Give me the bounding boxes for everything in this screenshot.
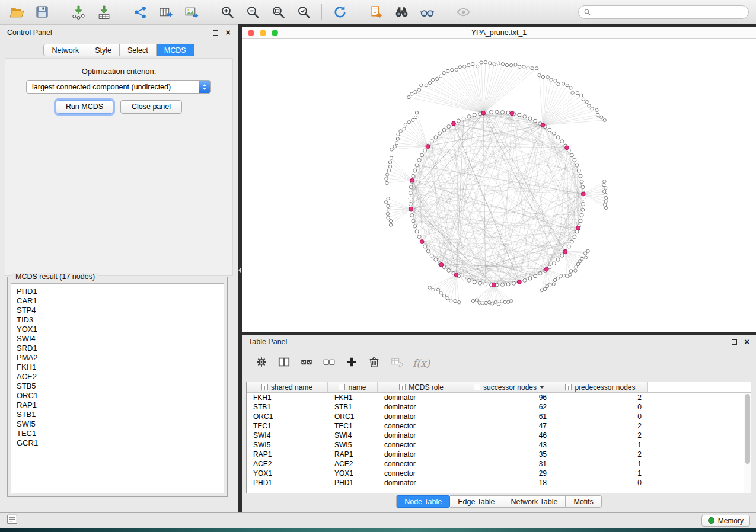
show-column-button[interactable] [277,355,291,371]
panel-menu-button[interactable] [6,514,18,527]
table-cell[interactable]: 2 [553,431,648,440]
table-cell[interactable]: dominator [378,431,465,440]
mcds-result-item[interactable]: PHD1 [17,287,218,296]
zoom-out-button[interactable] [241,2,264,22]
table-row[interactable]: PHD1PHD1dominator180 [247,478,744,488]
table-cell[interactable]: 18 [465,478,553,488]
mcds-result-item[interactable]: SWI4 [17,334,218,344]
select-all-button[interactable] [300,355,313,371]
export-network-button[interactable] [128,2,152,22]
mcds-result-item[interactable]: TID3 [17,315,218,325]
export-image-button[interactable] [179,2,203,22]
mcds-result-item[interactable]: STB1 [17,410,218,419]
table-cell[interactable]: YOX1 [247,469,328,478]
zoom-fit-button[interactable] [266,2,290,22]
column-header-successor-nodes[interactable]: successor nodes [465,382,553,392]
table-cell[interactable]: 0 [553,412,648,421]
table-settings-button[interactable] [255,355,268,371]
table-tab-network-table[interactable]: Network Table [503,495,566,508]
mcds-result-item[interactable]: ACE2 [17,372,218,382]
table-cell[interactable]: connector [378,440,465,450]
table-cell[interactable]: 1 [553,469,648,478]
table-row[interactable]: TEC1TEC1connector472 [247,421,744,431]
mcds-result-item[interactable]: PMA2 [17,353,218,363]
table-cell[interactable]: 47 [465,421,553,431]
table-row[interactable]: ORC1ORC1dominator610 [247,412,744,421]
table-cell[interactable]: STB1 [247,402,328,412]
close-mcds-panel-button[interactable]: Close panel [120,100,182,114]
save-session-button[interactable] [30,2,54,22]
float-table-panel-icon[interactable] [732,339,737,345]
optimization-criterion-select[interactable]: largest connected component (undirected) [26,80,211,94]
table-row[interactable]: SWI4SWI4dominator462 [247,431,744,440]
table-cell[interactable]: SWI5 [328,440,378,450]
table-cell[interactable]: PHD1 [247,478,328,488]
table-cell[interactable]: 29 [465,469,553,478]
close-window-button[interactable] [248,30,254,36]
copy-style-button[interactable] [364,2,388,22]
network-canvas[interactable] [242,39,755,332]
table-cell[interactable]: ACE2 [247,459,328,469]
table-cell[interactable]: ORC1 [247,412,328,421]
mcds-result-item[interactable]: YOX1 [17,325,218,334]
table-cell[interactable]: PHD1 [328,478,378,488]
table-cell[interactable]: dominator [378,393,465,402]
table-row[interactable]: FKH1FKH1dominator962 [247,393,744,402]
refresh-layout-button[interactable] [328,2,352,22]
column-header-name[interactable]: name [328,382,378,392]
column-header-predecessor-nodes[interactable]: predecessor nodes [553,382,648,392]
table-cell[interactable]: ACE2 [328,459,378,469]
table-cell[interactable]: 0 [553,478,648,488]
table-row[interactable]: YOX1YOX1connector291 [247,469,744,478]
add-column-button[interactable] [345,355,358,371]
table-cell[interactable]: dominator [378,402,465,412]
zoom-selected-button[interactable] [292,2,315,22]
table-cell[interactable]: 96 [465,393,553,402]
memory-button[interactable]: Memory [701,515,750,527]
table-tab-edge-table[interactable]: Edge Table [450,495,503,508]
mcds-result-item[interactable]: CAR1 [17,296,218,306]
table-cell[interactable]: SWI4 [247,431,328,440]
run-mcds-button[interactable]: Run MCDS [56,100,113,114]
table-cell[interactable]: RAP1 [247,450,328,459]
table-cell[interactable]: YOX1 [328,469,378,478]
table-row[interactable]: STB1STB1dominator620 [247,402,744,412]
table-cell[interactable]: connector [378,421,465,431]
minimize-window-button[interactable] [260,30,266,36]
table-scrollbar[interactable] [744,393,751,493]
table-cell[interactable]: 43 [465,440,553,450]
table-cell[interactable]: ORC1 [328,412,378,421]
table-cell[interactable]: SWI5 [247,440,328,450]
open-network-button[interactable] [5,2,28,22]
network-window-titlebar[interactable]: YPA_prune.txt_1 [242,27,756,39]
column-filter-arrow-icon[interactable] [540,386,544,389]
table-cell[interactable]: FKH1 [328,393,378,402]
mcds-result-item[interactable]: ORC1 [17,391,218,400]
search-network-button[interactable] [390,2,413,22]
maximize-window-button[interactable] [272,30,278,36]
deselect-all-button[interactable] [323,355,336,371]
tab-mcds[interactable]: MCDS [157,44,194,56]
table-cell[interactable]: 1 [553,459,648,469]
table-row[interactable]: RAP1RAP1dominator352 [247,450,744,459]
search-input[interactable] [594,8,744,17]
table-cell[interactable]: 46 [465,431,553,440]
column-header-mcds-role[interactable]: MCDS role [378,382,465,392]
delete-column-button[interactable] [368,355,381,371]
table-cell[interactable]: connector [378,459,465,469]
tab-network[interactable]: Network [43,44,87,56]
zoom-in-button[interactable] [215,2,239,22]
mcds-result-item[interactable]: GCR1 [17,438,218,448]
mcds-result-item[interactable]: RAP1 [17,400,218,410]
table-cell[interactable]: 62 [465,402,553,412]
table-cell[interactable]: TEC1 [247,421,328,431]
mcds-result-item[interactable]: TEC1 [17,429,218,438]
table-cell[interactable]: dominator [378,478,465,488]
table-cell[interactable]: 61 [465,412,553,421]
collapse-arrow-icon[interactable] [238,267,241,273]
table-cell[interactable]: 35 [465,450,553,459]
table-row[interactable]: SWI5SWI5connector431 [247,440,744,450]
show-hidden-button[interactable] [451,2,475,22]
table-cell[interactable]: 2 [553,450,648,459]
mcds-result-list[interactable]: PHD1CAR1STP4TID3YOX1SWI4SRD1PMA2FKH1ACE2… [11,283,224,493]
